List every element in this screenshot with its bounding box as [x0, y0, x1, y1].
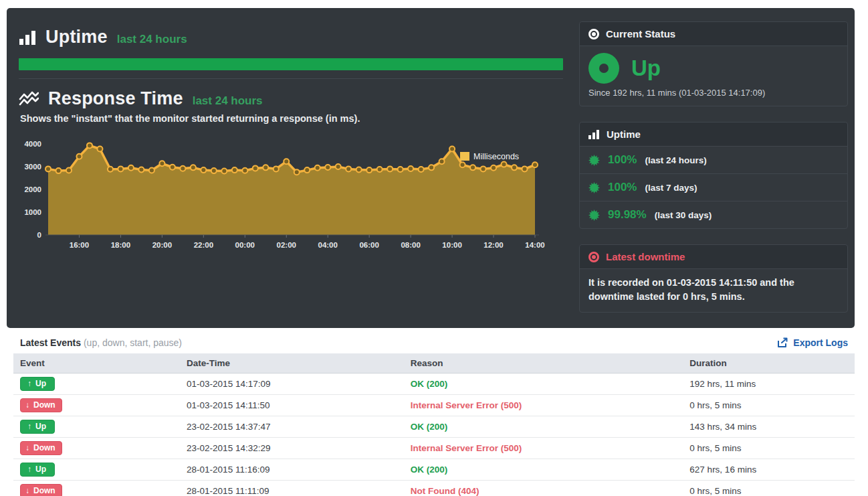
event-datetime: 01-03-2015 14:17:09 — [180, 374, 404, 395]
uptime-progress-bar — [19, 58, 563, 70]
column-header-duration: Duration — [683, 353, 855, 374]
event-duration: 143 hrs, 34 mins — [683, 416, 855, 438]
current-status-body: Up Since 192 hrs, 11 mins (01-03-2015 14… — [580, 46, 847, 106]
event-badge-down: ↓Down — [20, 398, 62, 412]
event-reason: OK (200) — [411, 422, 448, 432]
svg-text:00:00: 00:00 — [235, 241, 255, 249]
svg-text:22:00: 22:00 — [194, 241, 213, 249]
latest-events-title-suffix: (up, down, start, pause) — [84, 337, 182, 348]
status-value: Up — [631, 56, 661, 81]
current-status-title: Current Status — [606, 28, 675, 39]
event-reason: Internal Server Error (500) — [411, 443, 522, 453]
export-icon — [777, 337, 788, 348]
event-row: ↑Up23-02-2015 14:37:47OK (200)143 hrs, 3… — [13, 416, 855, 438]
monitor-dashboard: Uptime last 24 hours Response Time last … — [7, 8, 855, 328]
svg-text:14:00: 14:00 — [525, 241, 544, 249]
event-badge-down: ↓Down — [20, 441, 62, 455]
svg-text:06:00: 06:00 — [359, 241, 378, 249]
uptime-stats-panel: Uptime 100%(last 24 hours)100%(last 7 da… — [579, 122, 848, 229]
latest-downtime-header: Latest downtime — [580, 245, 847, 269]
column-header-event: Event — [13, 353, 180, 374]
svg-text:02:00: 02:00 — [277, 241, 296, 249]
svg-text:08:00: 08:00 — [401, 241, 420, 249]
event-datetime: 23-02-2015 14:37:47 — [180, 416, 404, 438]
svg-text:12:00: 12:00 — [483, 241, 503, 249]
event-badge-up: ↑Up — [20, 377, 55, 391]
response-subtitle: last 24 hours — [193, 90, 263, 108]
event-row: ↓Down23-02-2015 14:32:29Internal Server … — [13, 438, 855, 459]
svg-text:16:00: 16:00 — [70, 241, 89, 249]
column-header-date-time: Date-Time — [180, 353, 404, 374]
down-arrow-icon: ↓ — [25, 443, 29, 452]
status-since-text: Since 192 hrs, 11 mins (01-03-2015 14:17… — [588, 88, 839, 98]
event-duration: 192 hrs, 11 mins — [683, 374, 855, 395]
event-datetime: 28-01-2015 11:16:09 — [180, 459, 404, 481]
latest-downtime-text: It is recorded on 01-03-2015 14:11:50 an… — [580, 269, 847, 312]
starburst-icon — [588, 182, 600, 193]
status-up-dot-icon — [588, 53, 619, 84]
latest-events-section: Latest Events (up, down, start, pause) E… — [0, 328, 868, 496]
response-section-header: Response Time last 24 hours — [19, 88, 563, 109]
chart-legend: Milliseconds — [460, 152, 519, 161]
event-reason: Not Found (404) — [411, 486, 479, 496]
event-row: ↑Up01-03-2015 14:17:09OK (200)192 hrs, 1… — [13, 374, 855, 395]
uptime-percentage: 100% — [608, 153, 637, 167]
latest-downtime-title: Latest downtime — [606, 251, 685, 262]
svg-text:2000: 2000 — [24, 185, 41, 193]
line-chart-icon — [19, 90, 39, 108]
latest-downtime-panel: Latest downtime It is recorded on 01-03-… — [579, 244, 848, 313]
main-column: Uptime last 24 hours Response Time last … — [7, 8, 579, 328]
record-circle-red-icon — [588, 252, 599, 262]
event-datetime: 28-01-2015 11:11:09 — [180, 481, 404, 496]
response-chart-description: Shows the "instant" that the monitor sta… — [20, 113, 563, 124]
svg-text:04:00: 04:00 — [318, 241, 338, 249]
bar-chart-icon — [19, 29, 36, 46]
starburst-icon — [588, 210, 600, 221]
uptime-stats-title: Uptime — [607, 129, 641, 140]
down-arrow-icon: ↓ — [25, 486, 29, 495]
up-arrow-icon: ↑ — [27, 379, 31, 388]
response-title: Response Time — [48, 88, 183, 109]
events-table: EventDate-TimeReasonDuration ↑Up01-03-20… — [13, 353, 855, 496]
export-logs-button[interactable]: Export Logs — [777, 337, 848, 348]
up-arrow-icon: ↑ — [27, 422, 31, 431]
uptime-percentage: 100% — [608, 181, 637, 194]
column-header-reason: Reason — [404, 353, 683, 374]
uptime-subtitle: last 24 hours — [117, 29, 187, 46]
svg-text:0: 0 — [37, 231, 41, 239]
uptime-stat-row: 99.98%(last 30 days) — [580, 201, 847, 228]
svg-text:3000: 3000 — [24, 163, 41, 171]
event-datetime: 23-02-2015 14:32:29 — [180, 438, 404, 459]
event-reason: OK (200) — [411, 465, 448, 475]
event-duration: 0 hrs, 5 mins — [683, 438, 855, 459]
response-time-chart: 0100020003000400016:0018:0020:0022:0000:… — [19, 136, 563, 258]
event-row: ↓Down28-01-2015 11:11:09Not Found (404)0… — [13, 481, 855, 496]
sidebar: Current Status Up Since 192 hrs, 11 mins… — [579, 8, 855, 328]
event-reason: OK (200) — [411, 379, 448, 389]
event-duration: 0 hrs, 5 mins — [683, 481, 855, 496]
down-arrow-icon: ↓ — [25, 400, 29, 410]
record-circle-icon — [588, 29, 599, 39]
svg-text:18:00: 18:00 — [111, 241, 130, 249]
divider — [19, 78, 563, 79]
uptime-stat-row: 100%(last 7 days) — [580, 174, 847, 201]
svg-text:4000: 4000 — [24, 140, 41, 148]
event-badge-up: ↑Up — [20, 420, 55, 434]
uptime-section-header: Uptime last 24 hours — [19, 27, 563, 48]
event-duration: 627 hrs, 16 mins — [683, 459, 855, 481]
uptime-title: Uptime — [45, 27, 108, 48]
starburst-icon — [588, 155, 600, 166]
svg-text:1000: 1000 — [24, 208, 41, 216]
uptime-stats-rows: 100%(last 24 hours)100%(last 7 days)99.9… — [580, 147, 847, 228]
event-reason: Internal Server Error (500) — [411, 400, 522, 410]
svg-text:Milliseconds: Milliseconds — [473, 152, 519, 161]
event-row: ↓Down01-03-2015 14:11:50Internal Server … — [13, 395, 855, 416]
svg-text:20:00: 20:00 — [152, 241, 172, 249]
uptime-range-label: (last 7 days) — [645, 183, 697, 193]
event-badge-up: ↑Up — [20, 463, 55, 477]
uptime-stats-header: Uptime — [580, 122, 847, 147]
event-badge-down: ↓Down — [20, 484, 62, 496]
uptime-range-label: (last 24 hours) — [645, 155, 706, 165]
event-datetime: 01-03-2015 14:11:50 — [180, 395, 404, 416]
uptime-percentage: 99.98% — [608, 208, 647, 222]
